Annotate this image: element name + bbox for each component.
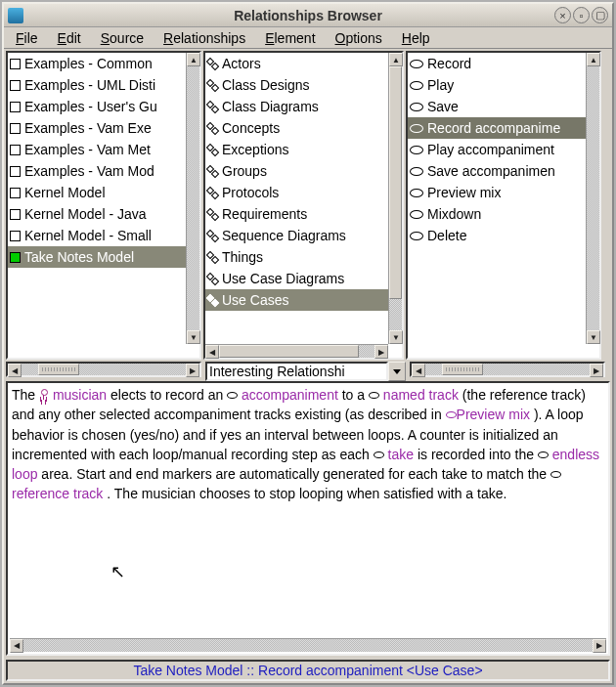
list-item[interactable]: Examples - Vam Exe	[8, 117, 186, 139]
list-item[interactable]: Take Notes Model	[8, 246, 186, 268]
list-item-label: Examples - Vam Met	[24, 142, 151, 157]
list-item[interactable]: Class Designs	[205, 74, 388, 96]
list-item[interactable]: Actors	[205, 53, 388, 74]
list-item-label: Preview mix	[427, 185, 501, 200]
list-item-label: Protocols	[222, 185, 279, 200]
relation-icon	[207, 188, 218, 198]
list-item[interactable]: Things	[205, 246, 388, 268]
menu-relationships[interactable]: Relationships	[155, 28, 253, 48]
square-icon	[10, 188, 21, 198]
circle-icon	[374, 451, 384, 458]
menu-help[interactable]: Help	[394, 28, 438, 48]
scroll-up-icon[interactable]: ▲	[389, 53, 403, 66]
link-named-track[interactable]: named track	[383, 387, 459, 403]
list-item[interactable]: Play	[408, 74, 586, 96]
link-accompaniment[interactable]: accompaniment	[242, 387, 338, 403]
list-item[interactable]: Save	[408, 96, 586, 117]
list-item-label: Play accompaniment	[427, 142, 554, 157]
list-item[interactable]: Concepts	[205, 117, 388, 139]
close-button[interactable]: ▢	[592, 7, 608, 23]
relation-icon	[207, 166, 218, 177]
menu-edit[interactable]: Edit	[50, 28, 89, 48]
list-item-label: Examples - Vam Mod	[24, 163, 154, 179]
maximize-button[interactable]: ▫	[573, 7, 590, 23]
link-musician[interactable]: musician	[53, 387, 107, 403]
dropdown-button[interactable]	[388, 362, 406, 381]
scroll-down-icon[interactable]: ▼	[587, 330, 600, 344]
list-item[interactable]: Requirements	[205, 203, 388, 225]
list-item[interactable]: Kernel Model	[8, 182, 186, 203]
link-take[interactable]: take	[388, 447, 414, 462]
categories-list[interactable]: ActorsClass DesignsClass DiagramsConcept…	[205, 53, 388, 344]
list-item[interactable]: Examples - Common	[8, 53, 186, 74]
menu-source[interactable]: Source	[93, 28, 152, 48]
minimize-button[interactable]: ×	[554, 7, 571, 23]
relation-icon	[207, 231, 218, 241]
categories-pane: ActorsClass DesignsClass DiagramsConcept…	[203, 51, 404, 360]
scroll-left-icon[interactable]: ◀	[205, 345, 219, 359]
list-item[interactable]: Class Diagrams	[205, 96, 388, 117]
list-item-label: Kernel Model	[24, 185, 106, 200]
actor-icon	[39, 389, 49, 401]
oval-icon	[410, 103, 423, 111]
link-preview-mix[interactable]: Preview mix	[457, 407, 530, 422]
description-pane[interactable]: The musician elects to record an accompa…	[6, 381, 610, 656]
list-item[interactable]: Protocols	[205, 182, 388, 203]
menubar: File Edit Source Relationships Element O…	[4, 27, 612, 49]
square-icon	[10, 80, 21, 91]
list-item[interactable]: Groups	[205, 160, 388, 182]
list-item[interactable]: Examples - User's Gu	[8, 96, 186, 117]
list-item[interactable]: Delete	[408, 225, 586, 246]
list-item[interactable]: Kernel Model - Small	[8, 225, 186, 246]
elements-list[interactable]: RecordPlaySaveRecord accompanimePlay acc…	[408, 53, 586, 344]
list-item[interactable]: Examples - UML Disti	[8, 74, 186, 96]
scroll-left-icon[interactable]: ◀	[8, 364, 22, 377]
hscrollbar[interactable]: ◀ ▶	[205, 344, 388, 358]
square-icon	[10, 145, 21, 155]
list-item-label: Sequence Diagrams	[222, 228, 346, 243]
list-item[interactable]: Save accompanimen	[408, 160, 586, 182]
list-item[interactable]: Sequence Diagrams	[205, 225, 388, 246]
list-item[interactable]: Play accompaniment	[408, 139, 586, 160]
scroll-left-icon[interactable]: ◀	[10, 639, 23, 653]
relation-icon	[207, 59, 218, 69]
scroll-up-icon[interactable]: ▲	[187, 53, 200, 66]
vscrollbar[interactable]: ▲ ▼	[586, 53, 599, 344]
detail-text: area. Start and end markers are automati…	[41, 466, 550, 482]
oval-icon	[446, 411, 457, 418]
list-item[interactable]: Kernel Model - Java	[8, 203, 186, 225]
relationship-dropdown[interactable]: Interesting Relationshi	[205, 362, 388, 381]
scroll-down-icon[interactable]: ▼	[389, 330, 403, 344]
scroll-right-icon[interactable]: ▶	[593, 639, 606, 653]
list-item[interactable]: Record	[408, 53, 586, 74]
vscrollbar[interactable]: ▲ ▼	[186, 53, 199, 344]
square-icon	[10, 231, 21, 241]
scroll-left-icon[interactable]: ◀	[412, 364, 425, 377]
list-item[interactable]: Use Cases	[205, 289, 388, 311]
list-item[interactable]: Mixdown	[408, 203, 586, 225]
scroll-right-icon[interactable]: ▶	[590, 364, 603, 377]
scroll-up-icon[interactable]: ▲	[587, 53, 600, 66]
list-item[interactable]: Preview mix	[408, 182, 586, 203]
models-list[interactable]: Examples - CommonExamples - UML DistiExa…	[8, 53, 186, 344]
list-item[interactable]: Use Case Diagrams	[205, 268, 388, 289]
menu-element[interactable]: Element	[257, 28, 323, 48]
vscrollbar[interactable]: ▲ ▼	[388, 53, 402, 344]
scroll-right-icon[interactable]: ▶	[186, 364, 199, 377]
relation-icon	[207, 123, 218, 134]
list-item[interactable]: Examples - Vam Mod	[8, 160, 186, 182]
list-item-label: Class Designs	[222, 77, 309, 93]
list-item[interactable]: Exceptions	[205, 139, 388, 160]
detail-text: is recorded into the	[418, 447, 538, 462]
menu-options[interactable]: Options	[328, 28, 390, 48]
link-reference-track[interactable]: reference track	[12, 486, 103, 501]
scroll-right-icon[interactable]: ▶	[374, 345, 388, 359]
relation-icon	[207, 209, 218, 220]
scroll-down-icon[interactable]: ▼	[187, 330, 200, 344]
list-item-label: Take Notes Model	[24, 249, 134, 265]
dropdown-label: Interesting Relationshi	[209, 364, 345, 379]
window-title: Relationships Browser	[4, 8, 612, 23]
list-item[interactable]: Examples - Vam Met	[8, 139, 186, 160]
menu-file[interactable]: File	[8, 28, 46, 48]
list-item[interactable]: Record accompanime	[408, 117, 586, 139]
